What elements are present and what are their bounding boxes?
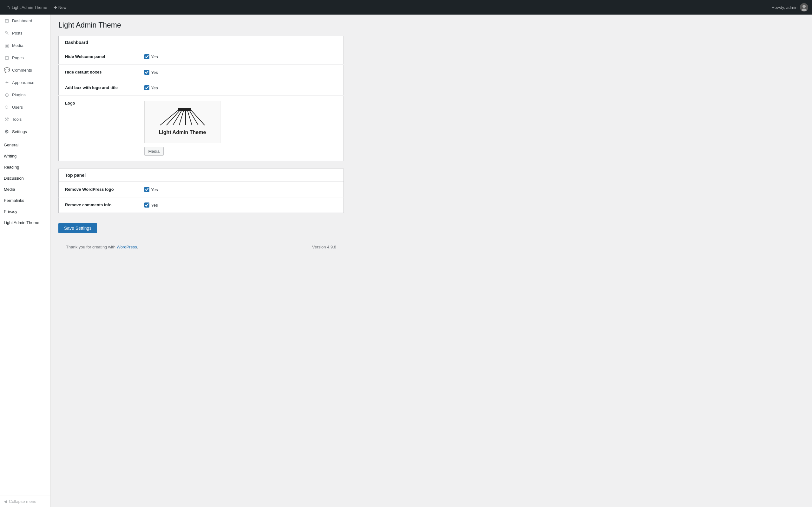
add-box-logo-checkbox[interactable]: [144, 85, 149, 90]
remove-wp-logo-row: Remove WordPress logo Yes: [59, 182, 344, 198]
sidebar-item-comments[interactable]: 💬 Comments: [0, 64, 50, 76]
sidebar-item-pages[interactable]: ⊡ Pages: [0, 52, 50, 64]
sidebar-label-pages: Pages: [12, 55, 24, 60]
remove-comments-info-row: Remove comments info Yes: [59, 198, 344, 213]
submenu-general[interactable]: General: [0, 139, 50, 151]
users-icon: ☺: [4, 104, 9, 110]
version-text: Version 4.9.8: [312, 245, 336, 249]
collapse-menu-button[interactable]: ◀ Collapse menu: [0, 496, 50, 507]
hide-default-boxes-checkbox[interactable]: [144, 70, 149, 75]
hide-welcome-checkbox-label[interactable]: Yes: [151, 55, 158, 59]
admin-avatar[interactable]: [800, 3, 808, 11]
sidebar-item-plugins[interactable]: ⊕ Plugins: [0, 89, 50, 101]
page-footer: Thank you for creating with WordPress. V…: [58, 241, 344, 253]
add-box-logo-label: Add box with logo and title: [59, 80, 138, 96]
hide-welcome-label: Hide Welcome panel: [59, 49, 138, 65]
top-panel-section-header: Top panel: [58, 169, 344, 181]
remove-comments-info-value: Yes: [138, 198, 344, 213]
thank-you-text: Thank you for creating with: [66, 245, 117, 249]
top-panel-settings-table: Remove WordPress logo Yes Remove comment…: [58, 181, 344, 213]
logo-image-container: Light Admin Theme: [144, 101, 220, 143]
sidebar-label-tools: Tools: [12, 117, 21, 122]
submenu-media[interactable]: Media: [0, 184, 50, 195]
submenu-writing[interactable]: Writing: [0, 151, 50, 162]
remove-wp-logo-value: Yes: [138, 182, 344, 198]
hide-welcome-checkbox[interactable]: [144, 54, 149, 59]
howdy-text: Howdy, admin: [772, 5, 798, 10]
svg-point-1: [803, 5, 806, 8]
remove-comments-info-checkbox-label[interactable]: Yes: [151, 203, 158, 208]
sidebar-label-media: Media: [12, 43, 23, 48]
site-name-label: Light Admin Theme: [12, 5, 47, 10]
settings-submenu: General Writing Reading Discussion Media…: [0, 138, 50, 229]
wordpress-link[interactable]: WordPress: [117, 245, 137, 249]
settings-icon: ⚙: [4, 129, 9, 135]
save-settings-button[interactable]: Save Settings: [58, 223, 97, 233]
hide-default-boxes-value: Yes: [138, 65, 344, 80]
dashboard-icon: ⊞: [4, 18, 9, 24]
logo-row: Logo: [59, 96, 344, 161]
media-icon: ▣: [4, 43, 9, 49]
svg-line-3: [160, 109, 179, 125]
hide-welcome-row: Hide Welcome panel Yes: [59, 49, 344, 65]
sidebar-item-settings[interactable]: ⚙ Settings General Writing Reading Discu…: [0, 125, 50, 229]
sidebar-label-users: Users: [12, 105, 23, 110]
sidebar-item-appearance[interactable]: ✦ Appearance: [0, 76, 50, 89]
svg-line-9: [189, 109, 198, 125]
hide-default-boxes-label: Hide default boxes: [59, 65, 138, 80]
pages-icon: ⊡: [4, 55, 9, 61]
sidebar-label-settings: Settings: [12, 129, 27, 134]
hide-default-boxes-checkbox-label[interactable]: Yes: [151, 70, 158, 75]
svg-rect-18: [189, 108, 191, 111]
appearance-icon: ✦: [4, 79, 9, 86]
comments-icon: 💬: [4, 67, 9, 73]
sidebar-item-posts[interactable]: ✎ Posts: [0, 27, 50, 39]
remove-comments-info-checkbox[interactable]: [144, 203, 149, 208]
submenu-light-admin-theme[interactable]: Light Admin Theme: [0, 217, 50, 228]
sidebar-label-comments: Comments: [12, 68, 32, 72]
hide-default-boxes-row: Hide default boxes Yes: [59, 65, 344, 80]
plus-icon: ✚: [54, 5, 57, 10]
remove-comments-info-label: Remove comments info: [59, 198, 138, 213]
add-box-logo-row: Add box with logo and title Yes: [59, 80, 344, 96]
add-box-logo-value: Yes: [138, 80, 344, 96]
dashboard-section-header: Dashboard: [58, 36, 344, 49]
remove-wp-logo-checkbox[interactable]: [144, 187, 149, 192]
sidebar-item-users[interactable]: ☺ Users: [0, 101, 50, 113]
collapse-label: Collapse menu: [9, 499, 37, 504]
new-content-button[interactable]: ✚ New: [51, 0, 69, 14]
dashboard-settings-table: Hide Welcome panel Yes Hide default boxe…: [58, 49, 344, 161]
remove-wp-logo-checkbox-label[interactable]: Yes: [151, 187, 158, 192]
sidebar-item-media[interactable]: ▣ Media: [0, 39, 50, 52]
page-title: Light Admin Theme: [58, 21, 804, 30]
sidebar-item-tools[interactable]: ⚒ Tools: [0, 113, 50, 125]
logo-media-button[interactable]: Media: [144, 147, 164, 156]
submenu-discussion[interactable]: Discussion: [0, 173, 50, 184]
footer-credit: Thank you for creating with WordPress.: [66, 245, 138, 249]
sidebar-label-plugins: Plugins: [12, 93, 26, 97]
submenu-reading[interactable]: Reading: [0, 162, 50, 173]
svg-line-5: [173, 109, 183, 125]
logo-value: Light Admin Theme Media: [138, 96, 344, 161]
admin-bar: ⌂ Light Admin Theme ✚ New Howdy, admin: [0, 0, 812, 14]
wp-logo-icon: ⌂: [6, 4, 10, 11]
svg-line-6: [179, 109, 184, 125]
add-box-logo-checkbox-label[interactable]: Yes: [151, 86, 158, 90]
main-content: Light Admin Theme Dashboard Hide Welcome…: [51, 14, 812, 507]
plugins-icon: ⊕: [4, 92, 9, 98]
site-name-link[interactable]: ⌂ Light Admin Theme: [4, 0, 50, 14]
sidebar-label-appearance: Appearance: [12, 80, 34, 85]
top-panel-section-title: Top panel: [65, 173, 337, 178]
posts-icon: ✎: [4, 30, 9, 36]
logo-label: Logo: [59, 96, 138, 161]
sidebar-item-dashboard[interactable]: ⊞ Dashboard: [0, 14, 50, 27]
submenu-privacy[interactable]: Privacy: [0, 206, 50, 217]
dashboard-section-title: Dashboard: [65, 40, 337, 45]
logo-svg: Light Admin Theme: [152, 106, 212, 138]
collapse-arrow-icon: ◀: [4, 499, 7, 504]
submenu-permalinks[interactable]: Permalinks: [0, 195, 50, 206]
admin-bar-right: Howdy, admin: [772, 3, 808, 11]
hide-welcome-value: Yes: [138, 49, 344, 65]
svg-line-4: [166, 109, 181, 125]
logo-preview: Light Admin Theme Media: [144, 101, 338, 156]
